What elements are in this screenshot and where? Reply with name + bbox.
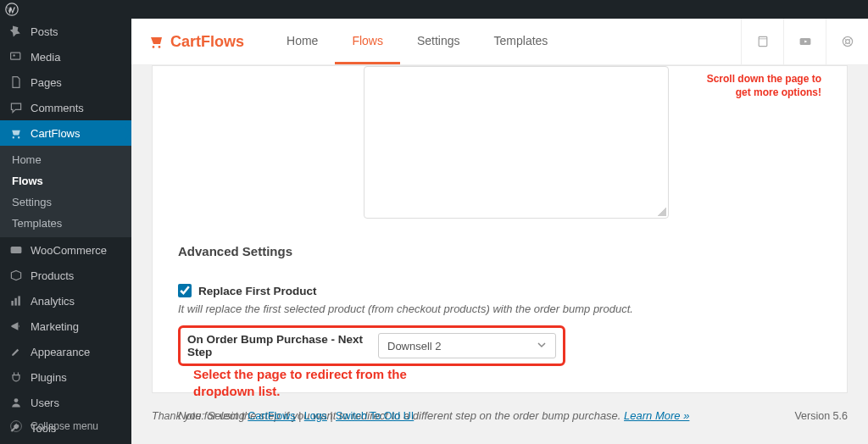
sidebar-item-comments[interactable]: Comments <box>0 95 131 120</box>
page-icon <box>8 75 24 90</box>
svg-rect-3 <box>11 247 22 253</box>
wp-admin-sidebar: Posts Media Pages Comments CartFlows Hom… <box>0 19 131 444</box>
advanced-settings-heading: Advanced Settings <box>178 244 821 258</box>
sidebar-item-label: Pages <box>31 76 62 89</box>
youtube-icon <box>798 35 812 48</box>
collapse-icon <box>8 419 24 434</box>
media-icon <box>8 49 24 64</box>
scroll-hint: Scroll down the page to get more options… <box>694 73 821 99</box>
sidebar-item-pages[interactable]: Pages <box>0 69 131 95</box>
replace-first-product-checkbox[interactable] <box>178 284 192 297</box>
sidebar-item-analytics[interactable]: Analytics <box>0 288 131 314</box>
footer-cartflows-link[interactable]: CartFlows <box>248 410 295 422</box>
tab-templates[interactable]: Templates <box>477 19 565 64</box>
header-actions <box>741 19 868 64</box>
tab-settings[interactable]: Settings <box>400 19 477 64</box>
sidebar-item-marketing[interactable]: Marketing <box>0 314 131 339</box>
sidebar-item-label: CartFlows <box>31 127 81 140</box>
sidebar-item-users[interactable]: Users <box>0 390 131 415</box>
svg-point-2 <box>13 54 14 56</box>
tab-home[interactable]: Home <box>270 19 335 64</box>
lifesaver-icon <box>841 35 854 48</box>
settings-panel: Scroll down the page to get more options… <box>152 65 848 393</box>
tab-flows[interactable]: Flows <box>335 19 400 64</box>
description-textarea[interactable] <box>364 66 669 219</box>
wp-admin-bar[interactable] <box>0 0 868 19</box>
footer-sep1: | <box>298 410 304 422</box>
sidebar-item-label: Users <box>31 397 59 409</box>
submenu-settings[interactable]: Settings <box>0 191 131 213</box>
cartflows-logo[interactable]: CartFlows <box>148 19 244 64</box>
footer-left: Thank you for using CartFlows | Logs | S… <box>152 410 414 422</box>
next-step-label: On Order Bump Purchase - Next Step <box>187 333 378 358</box>
sidebar-item-posts[interactable]: Posts <box>0 19 131 44</box>
footer-switch-link[interactable]: Switch To Old UI <box>336 410 414 422</box>
cartflows-header: CartFlows Home Flows Settings Templates <box>131 19 868 65</box>
dropdown-callout: Select the page to redirect from the dro… <box>193 366 448 399</box>
chevron-down-icon <box>535 338 548 354</box>
pin-icon <box>8 24 24 39</box>
cartflows-submenu: Home Flows Settings Templates <box>0 146 131 237</box>
sidebar-item-woocommerce[interactable]: WooCommerce <box>0 237 131 263</box>
sidebar-item-label: Comments <box>31 102 84 114</box>
next-step-row: On Order Bump Purchase - Next Step Downs… <box>178 325 565 366</box>
next-step-value: Downsell 2 <box>387 340 442 352</box>
comment-icon <box>8 100 24 115</box>
products-icon <box>8 268 24 283</box>
support-button[interactable] <box>826 19 868 64</box>
book-icon <box>756 35 770 48</box>
user-icon <box>8 395 24 410</box>
analytics-icon <box>8 293 24 308</box>
svg-point-7 <box>14 398 19 402</box>
cartflows-icon <box>8 125 24 141</box>
replace-description: It will replace the first selected produ… <box>178 302 821 315</box>
svg-rect-4 <box>11 301 13 306</box>
megaphone-icon <box>8 319 24 334</box>
footer-thanks: Thank you for using <box>152 410 248 422</box>
sidebar-item-label: Products <box>31 269 74 282</box>
docs-button[interactable] <box>741 19 783 64</box>
submenu-home[interactable]: Home <box>0 149 131 170</box>
svg-rect-10 <box>759 36 767 46</box>
wordpress-icon <box>5 3 19 16</box>
sidebar-item-label: Media <box>31 51 60 64</box>
sidebar-item-appearance[interactable]: Appearance <box>0 339 131 364</box>
sidebar-item-products[interactable]: Products <box>0 263 131 288</box>
brand-name: CartFlows <box>170 33 244 51</box>
sidebar-item-label: Plugins <box>31 371 67 384</box>
svg-rect-1 <box>11 53 20 59</box>
footer-version: Version 5.6 <box>794 410 848 422</box>
submenu-templates[interactable]: Templates <box>0 213 131 234</box>
sidebar-item-label: WooCommerce <box>31 244 107 257</box>
submenu-flows[interactable]: Flows <box>0 170 131 191</box>
content-area: CartFlows Home Flows Settings Templates … <box>131 19 868 444</box>
sidebar-item-label: Analytics <box>31 295 75 308</box>
page-footer: Thank you for using CartFlows | Logs | S… <box>152 410 848 422</box>
sidebar-item-cartflows[interactable]: CartFlows <box>0 120 131 146</box>
plug-icon <box>8 369 24 385</box>
collapse-label: Collapse menu <box>31 420 98 432</box>
page-body: Scroll down the page to get more options… <box>131 65 868 427</box>
svg-point-9 <box>11 421 22 432</box>
brush-icon <box>8 344 24 359</box>
footer-logs-link[interactable]: Logs <box>304 410 327 422</box>
collapse-menu[interactable]: Collapse menu <box>0 413 131 439</box>
sidebar-item-label: Posts <box>31 25 58 38</box>
svg-rect-5 <box>14 298 16 306</box>
sidebar-item-settings[interactable]: Settings <box>0 441 131 444</box>
next-step-select[interactable]: Downsell 2 <box>378 333 556 358</box>
cartflows-tabs: Home Flows Settings Templates <box>270 19 565 64</box>
replace-first-product-label: Replace First Product <box>198 285 317 297</box>
video-button[interactable] <box>783 19 826 64</box>
sidebar-item-label: Appearance <box>31 346 90 358</box>
woocommerce-icon <box>8 242 24 258</box>
sidebar-item-plugins[interactable]: Plugins <box>0 364 131 390</box>
cartflows-mark-icon <box>148 33 165 50</box>
sidebar-item-label: Marketing <box>31 320 79 333</box>
sidebar-item-media[interactable]: Media <box>0 44 131 69</box>
svg-rect-6 <box>18 296 19 305</box>
